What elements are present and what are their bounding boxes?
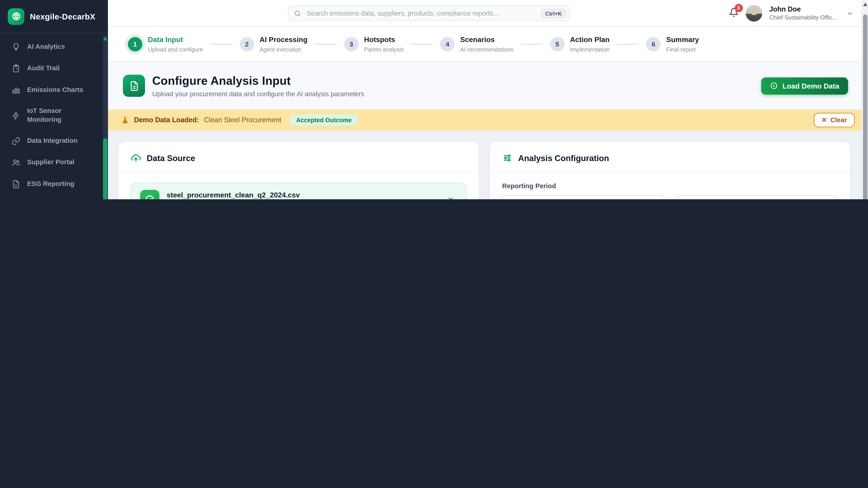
step-subtitle: Implementation — [570, 46, 610, 53]
step-connector — [411, 43, 433, 44]
quarter-select[interactable]: Q2 — [502, 195, 664, 199]
analysis-config-header: Analysis Configuration — [502, 153, 838, 163]
chevron-down-icon[interactable] — [846, 10, 854, 17]
page-subtitle: Upload your procurement data and configu… — [152, 90, 364, 98]
data-source-panel: Data Source steel_procurement_clean_q2_2… — [118, 141, 479, 199]
sidebar-item[interactable]: Audit Trail — [4, 58, 99, 78]
search-icon — [294, 10, 301, 17]
reporting-period-label: Reporting Period — [502, 182, 838, 190]
step-ai-processing[interactable]: 2AI ProcessingAgent execution — [240, 35, 307, 53]
step-connector — [617, 43, 639, 44]
reporting-period-row: Q2 2024 — [502, 195, 838, 199]
sidebar-item[interactable]: Carbon Accounting — [4, 195, 99, 199]
brand-logo-globe-icon — [8, 8, 24, 25]
analysis-config-title: Analysis Configuration — [518, 153, 609, 163]
content: Data Source steel_procurement_clean_q2_2… — [108, 131, 868, 199]
search-shortcut-badge: Ctrl+K — [541, 8, 566, 18]
banner-value: Clean Steel Procurement — [204, 116, 281, 124]
step-subtitle: Upload and configure — [148, 46, 203, 53]
step-subtitle: Pareto analysis — [364, 46, 404, 53]
users-icon — [11, 158, 21, 167]
step-data-input[interactable]: 1Data InputUpload and configure — [128, 35, 203, 53]
topbar-right: 3 John Doe Chief Sustainability Offic... — [729, 0, 854, 27]
sidebar-item-label: Supplier Portal — [27, 158, 95, 167]
year-select[interactable]: 2024 — [676, 195, 838, 199]
file-check-icon — [140, 190, 160, 199]
sidebar-scrollbar[interactable] — [103, 34, 107, 199]
file-name: steel_procurement_clean_q2_2024.csv — [166, 191, 300, 199]
avatar[interactable] — [745, 5, 762, 22]
data-source-header: Data Source — [131, 153, 467, 163]
sidebar-item[interactable]: ESG Reporting — [4, 174, 99, 194]
bar-chart-icon — [11, 85, 21, 95]
file-info: steel_procurement_clean_q2_2024.csv 3.8 … — [166, 191, 300, 199]
scroll-up-icon[interactable] — [863, 3, 868, 6]
step-connector — [521, 43, 543, 44]
step-title: Summary — [666, 35, 699, 44]
banner-label: Demo Data Loaded: — [134, 116, 199, 124]
step-subtitle: Agent execution — [259, 46, 307, 53]
step-number: 3 — [344, 37, 359, 51]
sidebar-item[interactable]: Emissions Charts — [4, 80, 99, 100]
app-window: Nexgile-DecarbX AI AnalyticsAudit TrailE… — [0, 0, 868, 199]
load-demo-data-button[interactable]: Load Demo Data — [761, 77, 848, 94]
page-title: Configure Analysis Input — [152, 74, 364, 87]
divider — [490, 171, 850, 172]
sidebar-item-label: Audit Trail — [27, 64, 95, 72]
sidebar-scroll-up-icon[interactable] — [103, 37, 107, 40]
user-meta[interactable]: John Doe Chief Sustainability Offic... — [769, 5, 837, 21]
quarter-select-wrap: Q2 — [502, 195, 664, 199]
clipboard-icon — [11, 64, 21, 73]
uploaded-file-card: steel_procurement_clean_q2_2024.csv 3.8 … — [131, 183, 467, 199]
step-summary[interactable]: 6SummaryFinal report — [646, 35, 699, 53]
sidebar-item-label: ESG Reporting — [27, 180, 95, 188]
accepted-outcome-badge: Accepted Outcome — [289, 115, 358, 126]
page-header: Configure Analysis Input Upload your pro… — [108, 62, 868, 109]
sidebar-item[interactable]: Supplier Portal — [4, 152, 99, 173]
file-text-icon — [123, 75, 145, 97]
sidebar-item-label: Data Integration — [27, 137, 95, 145]
step-number: 4 — [440, 37, 455, 51]
window-scrollbar[interactable] — [862, 0, 868, 199]
divider — [119, 171, 479, 172]
cloud-upload-icon — [131, 153, 141, 163]
window-scrollbar-thumb[interactable] — [863, 14, 868, 199]
sliders-icon — [502, 153, 513, 163]
sidebar-item[interactable]: Data Integration — [4, 131, 99, 151]
step-scenarios[interactable]: 4ScenariosAI recommendations — [440, 35, 514, 53]
step-title: AI Processing — [259, 35, 307, 44]
search-input[interactable] — [306, 9, 536, 18]
workflow-stepper: 1Data InputUpload and configure2AI Proce… — [108, 27, 868, 62]
zap-icon — [11, 111, 21, 120]
step-number: 6 — [646, 37, 661, 51]
step-title: Action Plan — [570, 35, 610, 44]
sidebar-item[interactable]: AI Analytics — [4, 37, 99, 57]
sidebar-item-label: Emissions Charts — [27, 86, 95, 94]
sidebar: Nexgile-DecarbX AI AnalyticsAudit TrailE… — [0, 0, 108, 199]
step-subtitle: AI recommendations — [460, 46, 514, 53]
main-area: Ctrl+K 3 John Doe Chief Sustainability O… — [108, 0, 868, 199]
sidebar-item-label: AI Analytics — [27, 42, 95, 51]
user-role: Chief Sustainability Offic... — [769, 14, 837, 21]
step-title: Scenarios — [460, 35, 514, 44]
step-connector — [315, 43, 337, 44]
step-number: 2 — [240, 37, 254, 51]
year-select-wrap: 2024 — [676, 195, 838, 199]
link-icon — [11, 136, 21, 146]
step-action-plan[interactable]: 5Action PlanImplementation — [550, 35, 610, 53]
global-search[interactable]: Ctrl+K — [288, 5, 570, 21]
notifications-button[interactable]: 3 — [729, 7, 738, 19]
step-hotspots[interactable]: 3HotspotsPareto analysis — [344, 35, 404, 53]
brand-name: Nexgile-DecarbX — [30, 12, 95, 21]
sidebar-scrollbar-thumb[interactable] — [103, 138, 107, 199]
remove-file-button[interactable]: ✕ — [444, 195, 457, 199]
sidebar-item-label: IoT Sensor Monitoring — [27, 107, 95, 124]
play-circle-icon — [770, 82, 778, 90]
notification-count-badge: 3 — [735, 4, 743, 12]
sidebar-item[interactable]: IoT Sensor Monitoring — [4, 101, 99, 129]
step-subtitle: Final report — [666, 46, 699, 53]
clear-demo-data-button[interactable]: ✕ Clear — [814, 113, 855, 127]
sidebar-nav: AI AnalyticsAudit TrailEmissions ChartsI… — [0, 35, 101, 199]
step-title: Hotspots — [364, 35, 404, 44]
user-name: John Doe — [769, 5, 837, 14]
